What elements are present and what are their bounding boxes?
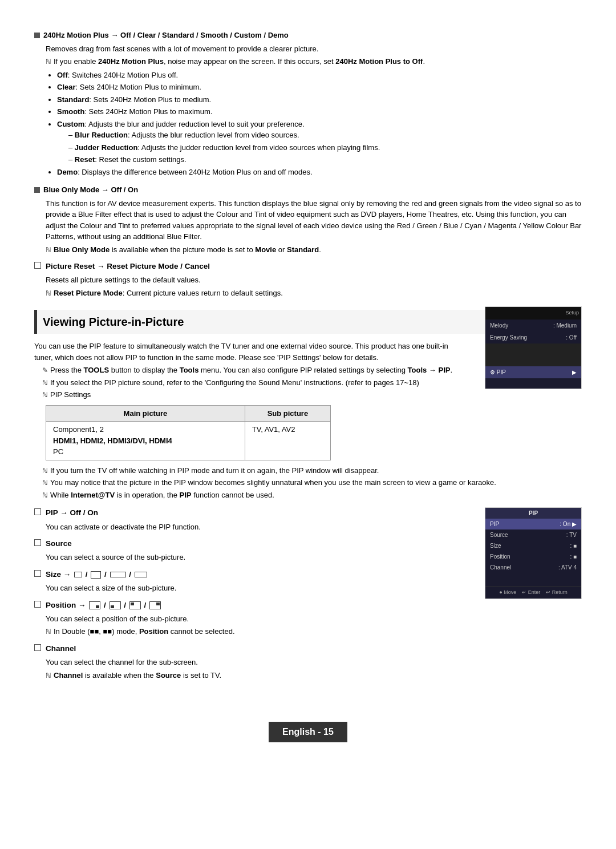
- pos-icon-tl: [129, 601, 141, 609]
- checkbox-icon-2: [34, 508, 41, 515]
- motionplus-bullet-list: Off: Switches 240Hz Motion Plus off. Cle…: [57, 70, 582, 178]
- pip-channel-heading: Channel: [34, 643, 582, 654]
- tv-pip-title: PIP: [485, 508, 581, 519]
- pip-source-heading-text: Source: [46, 538, 72, 549]
- blueonly-note-text: Blue Only Mode is available when the pic…: [54, 244, 321, 256]
- picturereset-heading: Picture Reset → Reset Picture Mode / Can…: [34, 261, 582, 272]
- pip-size-heading: Size → / / /: [34, 569, 467, 580]
- sub-judder: Judder Reduction: Adjusts the judder red…: [68, 142, 582, 153]
- pip-intro-block: Setup Melody: Medium Energy Saving: Off …: [34, 341, 582, 502]
- pos-icon-br: [89, 601, 100, 609]
- bullet-demo: Demo: Displays the difference between 24…: [57, 167, 582, 178]
- picturereset-desc: Resets all picture settings to the defau…: [46, 274, 582, 286]
- pip-offon-block: PIP PIP: On ▶ Source: TV Size: ■ Positio…: [34, 507, 582, 682]
- tv-menu-pip: ⚙ PIP▶: [485, 366, 581, 378]
- square-icon: [34, 33, 40, 38]
- note-icon-pip2: ℕ: [42, 378, 48, 388]
- pip-note3-text: If you turn the TV off while watching in…: [50, 465, 379, 476]
- bullet-off: Off: Switches 240Hz Motion Plus off.: [57, 70, 582, 81]
- pos-icon-bl: [110, 601, 121, 609]
- pip-note3: ℕ If you turn the TV off while watching …: [42, 465, 582, 476]
- tv-menu-energy: Energy Saving: Off: [485, 331, 581, 343]
- pip-note5-text: While Internet@TV is in operation, the P…: [50, 490, 274, 501]
- page-footer: English - 15: [34, 716, 582, 742]
- pip-position-desc: You can select a position of the sub-pic…: [46, 613, 582, 625]
- pos-icon-tr: [149, 601, 161, 609]
- blueonly-section: Blue Only Mode → Off / On This function …: [34, 184, 582, 255]
- tv-pip-row-size: Size: ■: [485, 540, 581, 551]
- pip-note2-text: If you select the PIP picture sound, ref…: [50, 377, 419, 389]
- blueonly-note: ℕ Blue Only Mode is available when the p…: [46, 244, 582, 256]
- checkbox-icon-6: [34, 644, 41, 651]
- tv-pip-spacer: [485, 573, 581, 584]
- motionplus-desc: Removes drag from fast scenes with a lot…: [46, 43, 582, 55]
- pip-position-note: ℕ In Double (■■, ■■) mode, Position cann…: [46, 626, 582, 637]
- picturereset-note: ℕ Reset Picture Mode: Current picture va…: [46, 288, 582, 299]
- tv-menu-empty3: [485, 385, 581, 389]
- pip-settings-label: ℕ PIP Settings: [42, 389, 582, 401]
- motionplus-heading: 240Hz Motion Plus → Off / Clear / Standa…: [34, 30, 582, 41]
- tv-pip-footer: ● Move ↵ Enter ↩ Return: [485, 587, 581, 599]
- pip-position-heading: Position → / / /: [34, 600, 582, 611]
- note-icon-pos: ℕ: [46, 626, 51, 637]
- motionplus-note1: ℕ If you enable 240Hz Motion Plus, noise…: [46, 56, 582, 67]
- pip-note1: ✎ Press the TOOLS button to display the …: [42, 365, 467, 376]
- tv-pip-row-pip: PIP: On ▶: [485, 519, 581, 529]
- bullet-clear: Clear: Sets 240Hz Motion Plus to minimum…: [57, 82, 582, 93]
- pip-channel-heading-text: Channel: [46, 643, 76, 654]
- footer-badge: English - 15: [269, 722, 347, 742]
- pip-offon-heading-text: PIP → Off / On: [46, 507, 98, 519]
- pip-channel-note-text: Channel is available when the Source is …: [54, 670, 221, 681]
- pip-note4-text: You may notice that the picture in the P…: [50, 477, 496, 488]
- bullet-custom: Custom: Adjusts the blur and judder redu…: [57, 119, 582, 165]
- pip-table-header-main: Main picture: [46, 405, 245, 422]
- pip-channel-desc: You can select the channel for the sub-s…: [46, 657, 582, 668]
- pip-table-row: Component1, 2 HDMI1, HDMI2, HDMI3/DVI, H…: [46, 422, 331, 460]
- pip-note1-text: Press the TOOLS button to display the To…: [50, 365, 452, 376]
- bullet-smooth: Smooth: Sets 240Hz Motion Plus to maximu…: [57, 106, 582, 118]
- pip-source-heading: Source: [34, 538, 467, 549]
- sub-blur: Blur Reduction: Adjusts the blur reducti…: [68, 130, 582, 141]
- pip-table-sub-cell: TV, AV1, AV2: [245, 422, 330, 460]
- checkbox-icon-3: [34, 539, 41, 546]
- blueonly-heading-text: Blue Only Mode → Off / On: [43, 184, 138, 196]
- note-icon-pip5: ℕ: [42, 478, 48, 488]
- pip-channel-note: ℕ Channel is available when the Source i…: [46, 670, 582, 681]
- checkbox-icon-4: [34, 570, 41, 577]
- note-icon-pip3: ℕ: [42, 390, 48, 400]
- tv-pip-row-position: Position: ■: [485, 551, 581, 562]
- note-icon-pip4: ℕ: [42, 466, 48, 476]
- pip-table-header-sub: Sub picture: [245, 405, 330, 422]
- tv-top-bar: Setup: [485, 307, 581, 320]
- note-icon-1: ℕ: [46, 56, 51, 67]
- tv-menu-melody: Melody: Medium: [485, 320, 581, 331]
- size-icon-md: [91, 571, 101, 579]
- note-icon-2: ℕ: [46, 245, 51, 255]
- note-icon-pip6: ℕ: [42, 490, 48, 500]
- tv-pip-row-channel: Channel: ATV 4: [485, 562, 581, 573]
- pip-table: Main picture Sub picture Component1, 2 H…: [46, 405, 331, 460]
- note-icon-pip1: ✎: [42, 365, 48, 375]
- picturereset-note-text: Reset Picture Mode: Current picture valu…: [54, 288, 283, 299]
- subbullet-list: Blur Reduction: Adjusts the blur reducti…: [68, 130, 582, 165]
- blueonly-heading: Blue Only Mode → Off / On: [34, 184, 582, 196]
- tv-menu-display: Setup Melody: Medium Energy Saving: Off …: [485, 306, 582, 389]
- blueonly-desc: This function is for AV device measureme…: [46, 198, 582, 242]
- note-icon-ch: ℕ: [46, 670, 51, 681]
- size-icon-sm: [74, 572, 82, 577]
- size-icon-half: [135, 572, 147, 577]
- pip-note4: ℕ You may notice that the picture in the…: [42, 477, 582, 488]
- tv-screenshot-2: PIP PIP: On ▶ Source: TV Size: ■ Positio…: [476, 507, 582, 599]
- pip-offon-heading: PIP → Off / On: [34, 507, 467, 519]
- motionplus-heading-text: 240Hz Motion Plus → Off / Clear / Standa…: [43, 30, 289, 41]
- checkbox-icon-1: [34, 262, 41, 269]
- pip-size-heading-text: Size → / / /: [46, 569, 148, 580]
- tv-screenshot-1: Setup Melody: Medium Energy Saving: Off …: [476, 341, 582, 389]
- pip-table-main-cell: Component1, 2 HDMI1, HDMI2, HDMI3/DVI, H…: [46, 422, 245, 460]
- motionplus-section: 240Hz Motion Plus → Off / Clear / Standa…: [34, 30, 582, 177]
- tv-pip-row-source: Source: TV: [485, 529, 581, 540]
- checkbox-icon-5: [34, 601, 41, 608]
- tv-pip-display: PIP PIP: On ▶ Source: TV Size: ■ Positio…: [485, 507, 582, 599]
- pip-settings-text: PIP Settings: [50, 389, 91, 401]
- bullet-standard: Standard: Sets 240Hz Motion Plus to medi…: [57, 94, 582, 106]
